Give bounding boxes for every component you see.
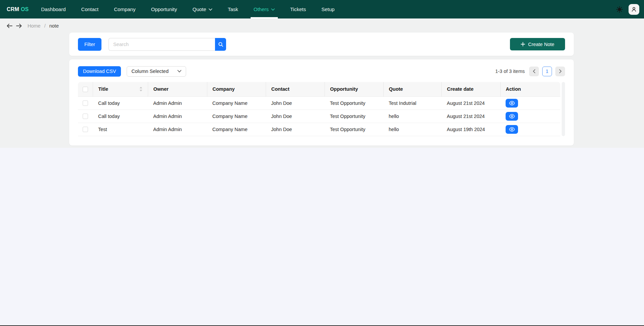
view-note-button[interactable]	[506, 99, 518, 108]
cell-opportunity: Test Opportunity	[325, 96, 383, 110]
table-row: Call today Admin Admin Company Name John…	[78, 96, 560, 110]
pagination: 1-3 of 3 items 1	[495, 67, 565, 76]
cell-quote: hello	[383, 110, 441, 123]
cell-contact: John Doe	[266, 110, 325, 123]
pagination-prev-button[interactable]	[529, 67, 539, 76]
brand-accent: OS	[21, 6, 29, 12]
pagination-summary: 1-3 of 3 items	[495, 69, 525, 74]
nav-item-label: Contact	[81, 6, 99, 12]
cell-contact: John Doe	[266, 96, 325, 110]
notes-table: Title Owner Company Contact Opportunity …	[78, 82, 560, 136]
column-header-company: Company	[207, 82, 266, 96]
table-row: Call today Admin Admin Company Name John…	[78, 110, 560, 123]
column-header-opportunity: Opportunity	[325, 82, 383, 96]
top-nav: CRM OS Dashboard Contact Company Opportu…	[0, 0, 644, 18]
pagination-next-button[interactable]	[555, 67, 565, 76]
notes-list-card: Download CSV Column Selected 1-3 of 3 it…	[69, 59, 574, 146]
nav-item-label: Setup	[321, 6, 335, 12]
search-input[interactable]	[109, 38, 215, 51]
create-note-label: Create Note	[528, 42, 554, 47]
nav-item-contact[interactable]: Contact	[74, 0, 106, 18]
cell-quote: hello	[383, 123, 441, 136]
nav-item-label: Opportunity	[151, 6, 177, 12]
chevron-down-icon	[209, 8, 212, 11]
nav-right-actions	[616, 4, 644, 15]
cell-create-date: August 19th 2024	[441, 123, 500, 136]
nav-menu: Dashboard Contact Company Opportunity Qu…	[33, 0, 342, 18]
cell-title: Call today	[93, 96, 148, 110]
cell-company: Company Name	[207, 110, 266, 123]
nav-item-task[interactable]: Task	[220, 0, 246, 18]
cell-owner: Admin Admin	[148, 110, 207, 123]
cell-owner: Admin Admin	[148, 123, 207, 136]
download-csv-button[interactable]: Download CSV	[78, 66, 121, 77]
brand-name: CRM	[7, 6, 19, 12]
nav-item-dashboard[interactable]: Dashboard	[33, 0, 73, 18]
column-header-action: Action	[500, 82, 560, 96]
chevron-left-icon	[533, 69, 535, 73]
eye-icon	[509, 114, 515, 119]
nav-item-others[interactable]: Others	[246, 0, 283, 18]
search-button[interactable]	[215, 38, 226, 51]
breadcrumb-separator: /	[44, 23, 46, 29]
nav-item-setup[interactable]: Setup	[314, 0, 342, 18]
cell-create-date: August 21st 2024	[441, 96, 500, 110]
pagination-page-1-button[interactable]: 1	[542, 67, 552, 76]
back-button[interactable]	[7, 24, 12, 28]
filter-search-card: Filter Create Note	[69, 33, 574, 56]
arrow-left-icon	[7, 24, 12, 28]
filter-button[interactable]: Filter	[78, 38, 101, 51]
cell-create-date: August 21st 2024	[441, 110, 500, 123]
cell-owner: Admin Admin	[148, 96, 207, 110]
cell-company: Company Name	[207, 96, 266, 110]
cell-opportunity: Test Opportunity	[325, 123, 383, 136]
nav-item-label: Company	[114, 6, 135, 12]
nav-item-tickets[interactable]: Tickets	[283, 0, 314, 18]
nav-item-label: Others	[254, 6, 269, 12]
nav-item-company[interactable]: Company	[106, 0, 143, 18]
forward-button[interactable]	[16, 24, 22, 28]
notes-table-container: Title Owner Company Contact Opportunity …	[78, 82, 565, 136]
column-header-create-date: Create date	[441, 82, 500, 96]
search-icon	[218, 42, 223, 47]
theme-toggle-button[interactable]	[616, 6, 623, 13]
page-background	[0, 148, 644, 325]
eye-icon	[509, 127, 515, 132]
nav-item-quote[interactable]: Quote	[185, 0, 220, 18]
sun-icon	[616, 6, 623, 13]
search-group	[109, 38, 226, 51]
chevron-down-icon	[177, 70, 181, 73]
arrow-right-icon	[16, 24, 22, 28]
table-header-row: Title Owner Company Contact Opportunity …	[78, 82, 560, 96]
user-icon	[631, 6, 637, 12]
create-note-button[interactable]: Create Note	[510, 38, 565, 50]
user-menu-button[interactable]	[629, 4, 639, 15]
view-note-button[interactable]	[506, 125, 518, 134]
table-scrollbar[interactable]	[562, 82, 565, 136]
cell-company: Company Name	[207, 123, 266, 136]
cell-quote: Test Indutrial	[383, 96, 441, 110]
content-area: Home / note Filter Create Note Download …	[0, 18, 644, 148]
cell-contact: John Doe	[266, 123, 325, 136]
column-select-dropdown[interactable]: Column Selected	[127, 66, 186, 77]
chevron-right-icon	[559, 69, 562, 73]
select-all-checkbox[interactable]	[83, 87, 88, 92]
column-header-quote: Quote	[383, 82, 441, 96]
nav-item-opportunity[interactable]: Opportunity	[143, 0, 185, 18]
plus-icon	[521, 42, 525, 46]
cell-opportunity: Test Opportunity	[325, 110, 383, 123]
chevron-down-icon	[271, 8, 275, 11]
nav-item-label: Tickets	[290, 6, 306, 12]
row-checkbox[interactable]	[83, 100, 88, 106]
cell-title: Call today	[93, 110, 148, 123]
row-checkbox[interactable]	[83, 127, 88, 132]
row-checkbox[interactable]	[83, 114, 88, 119]
nav-item-label: Task	[228, 6, 238, 12]
sort-icon[interactable]	[139, 87, 142, 91]
column-header-title[interactable]: Title	[98, 86, 109, 92]
breadcrumb: Home / note	[0, 18, 644, 33]
view-note-button[interactable]	[506, 112, 518, 121]
column-header-contact: Contact	[266, 82, 325, 96]
breadcrumb-home-link[interactable]: Home	[28, 23, 41, 29]
app-logo[interactable]: CRM OS	[7, 6, 29, 12]
